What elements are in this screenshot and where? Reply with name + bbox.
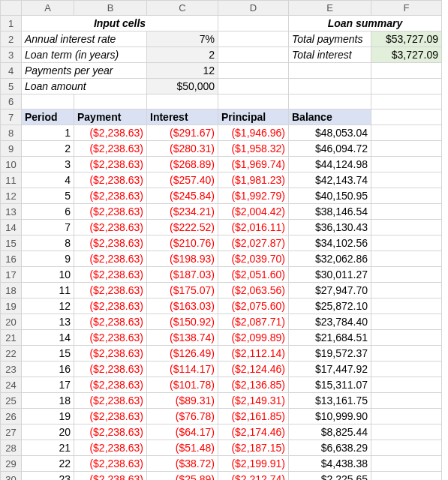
- input-cells-title[interactable]: Input cells: [22, 16, 218, 32]
- row-header-4[interactable]: 4: [1, 63, 22, 79]
- payment-cell[interactable]: ($2,238.63): [74, 236, 147, 251]
- principal-cell[interactable]: ($2,099.89): [218, 330, 289, 346]
- corner-cell[interactable]: [1, 1, 22, 16]
- row-header-20[interactable]: 20: [1, 314, 22, 330]
- period-cell[interactable]: 20: [22, 424, 74, 440]
- cell-F30[interactable]: [371, 472, 442, 481]
- row-header-14[interactable]: 14: [1, 220, 22, 236]
- balance-cell[interactable]: $17,447.92: [289, 362, 371, 377]
- balance-cell[interactable]: $21,684.51: [289, 330, 371, 346]
- cell-F5[interactable]: [371, 79, 442, 94]
- row-header-8[interactable]: 8: [1, 125, 22, 141]
- schedule-header-principal[interactable]: Principal: [218, 110, 289, 125]
- row-header-15[interactable]: 15: [1, 236, 22, 251]
- interest-cell[interactable]: ($268.89): [147, 157, 218, 172]
- row-header-16[interactable]: 16: [1, 251, 22, 267]
- balance-cell[interactable]: $48,053.04: [289, 125, 371, 141]
- balance-cell[interactable]: $15,311.07: [289, 377, 371, 393]
- loan-term-value[interactable]: 2: [147, 47, 218, 63]
- total-payments-label[interactable]: Total payments: [289, 32, 371, 47]
- period-cell[interactable]: 8: [22, 236, 74, 251]
- period-cell[interactable]: 13: [22, 314, 74, 330]
- balance-cell[interactable]: $8,825.44: [289, 424, 371, 440]
- principal-cell[interactable]: ($2,016.11): [218, 220, 289, 236]
- period-cell[interactable]: 16: [22, 362, 74, 377]
- interest-cell[interactable]: ($245.84): [147, 188, 218, 204]
- period-cell[interactable]: 10: [22, 267, 74, 283]
- period-cell[interactable]: 18: [22, 393, 74, 409]
- balance-cell[interactable]: $38,146.54: [289, 204, 371, 220]
- payments-per-year-label[interactable]: Payments per year: [22, 63, 147, 79]
- principal-cell[interactable]: ($2,075.60): [218, 298, 289, 314]
- cell-D6[interactable]: [218, 94, 289, 110]
- cell-F25[interactable]: [371, 393, 442, 409]
- row-header-13[interactable]: 13: [1, 204, 22, 220]
- loan-amount-value[interactable]: $50,000: [147, 79, 218, 94]
- spreadsheet-grid[interactable]: A B C D E F 1 Input cells Loan summary 2…: [0, 0, 442, 480]
- principal-cell[interactable]: ($1,969.74): [218, 157, 289, 172]
- period-cell[interactable]: 1: [22, 125, 74, 141]
- principal-cell[interactable]: ($2,199.91): [218, 456, 289, 472]
- cell-D5[interactable]: [218, 79, 289, 94]
- cell-F17[interactable]: [371, 267, 442, 283]
- principal-cell[interactable]: ($2,063.56): [218, 283, 289, 298]
- cell-F10[interactable]: [371, 157, 442, 172]
- loan-amount-label[interactable]: Loan amount: [22, 79, 147, 94]
- cell-F19[interactable]: [371, 298, 442, 314]
- principal-cell[interactable]: ($2,027.87): [218, 236, 289, 251]
- col-header-D[interactable]: D: [218, 1, 289, 16]
- total-payments-value[interactable]: $53,727.09: [371, 32, 442, 47]
- period-cell[interactable]: 4: [22, 172, 74, 188]
- cell-E6[interactable]: [289, 94, 371, 110]
- balance-cell[interactable]: $46,094.72: [289, 141, 371, 157]
- cell-F9[interactable]: [371, 141, 442, 157]
- balance-cell[interactable]: $34,102.56: [289, 236, 371, 251]
- cell-F12[interactable]: [371, 188, 442, 204]
- principal-cell[interactable]: ($1,981.23): [218, 172, 289, 188]
- interest-cell[interactable]: ($222.52): [147, 220, 218, 236]
- balance-cell[interactable]: $19,572.37: [289, 346, 371, 362]
- row-header-22[interactable]: 22: [1, 346, 22, 362]
- col-header-C[interactable]: C: [147, 1, 218, 16]
- row-header-3[interactable]: 3: [1, 47, 22, 63]
- cell-F14[interactable]: [371, 220, 442, 236]
- principal-cell[interactable]: ($2,212.74): [218, 472, 289, 481]
- interest-cell[interactable]: ($257.40): [147, 172, 218, 188]
- interest-cell[interactable]: ($51.48): [147, 440, 218, 456]
- interest-cell[interactable]: ($64.17): [147, 424, 218, 440]
- cell-F13[interactable]: [371, 204, 442, 220]
- cell-D1[interactable]: [218, 16, 289, 32]
- payment-cell[interactable]: ($2,238.63): [74, 330, 147, 346]
- principal-cell[interactable]: ($1,946.96): [218, 125, 289, 141]
- payment-cell[interactable]: ($2,238.63): [74, 314, 147, 330]
- interest-cell[interactable]: ($114.17): [147, 362, 218, 377]
- cell-D2[interactable]: [218, 32, 289, 47]
- cell-E5[interactable]: [289, 79, 371, 94]
- schedule-header-balance[interactable]: Balance: [289, 110, 371, 125]
- row-header-18[interactable]: 18: [1, 283, 22, 298]
- principal-cell[interactable]: ($2,124.46): [218, 362, 289, 377]
- payment-cell[interactable]: ($2,238.63): [74, 472, 147, 481]
- row-header-11[interactable]: 11: [1, 172, 22, 188]
- period-cell[interactable]: 21: [22, 440, 74, 456]
- interest-cell[interactable]: ($175.07): [147, 283, 218, 298]
- row-header-27[interactable]: 27: [1, 424, 22, 440]
- payment-cell[interactable]: ($2,238.63): [74, 440, 147, 456]
- payment-cell[interactable]: ($2,238.63): [74, 346, 147, 362]
- cell-F6[interactable]: [371, 94, 442, 110]
- interest-cell[interactable]: ($25.89): [147, 472, 218, 481]
- principal-cell[interactable]: ($1,958.32): [218, 141, 289, 157]
- period-cell[interactable]: 23: [22, 472, 74, 481]
- principal-cell[interactable]: ($2,174.46): [218, 424, 289, 440]
- interest-cell[interactable]: ($126.49): [147, 346, 218, 362]
- payment-cell[interactable]: ($2,238.63): [74, 283, 147, 298]
- total-interest-label[interactable]: Total interest: [289, 47, 371, 63]
- payment-cell[interactable]: ($2,238.63): [74, 172, 147, 188]
- interest-cell[interactable]: ($150.92): [147, 314, 218, 330]
- principal-cell[interactable]: ($2,004.42): [218, 204, 289, 220]
- balance-cell[interactable]: $13,161.75: [289, 393, 371, 409]
- cell-F4[interactable]: [371, 63, 442, 79]
- row-header-10[interactable]: 10: [1, 157, 22, 172]
- cell-F26[interactable]: [371, 409, 442, 424]
- interest-cell[interactable]: ($138.74): [147, 330, 218, 346]
